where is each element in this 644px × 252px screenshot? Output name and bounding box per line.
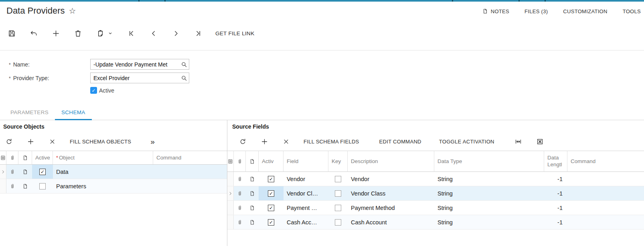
row-selector-cell[interactable] xyxy=(0,165,6,179)
data-length-cell[interactable]: -1 xyxy=(544,172,567,186)
note-icon[interactable] xyxy=(246,186,259,200)
note-icon[interactable] xyxy=(246,201,259,215)
field-cell[interactable]: Cash Acc… xyxy=(284,215,328,229)
active-checkbox[interactable] xyxy=(39,169,46,175)
add-row-button[interactable] xyxy=(26,138,34,145)
row-selector-cell[interactable] xyxy=(227,172,234,186)
command-cell[interactable] xyxy=(153,179,227,193)
attachment-icon[interactable] xyxy=(234,186,246,200)
tab-parameters[interactable]: PARAMETERS xyxy=(4,105,55,120)
active-checkbox[interactable] xyxy=(39,183,46,190)
description-cell[interactable]: Cash Account xyxy=(348,215,434,229)
notes-column-header[interactable] xyxy=(246,151,259,171)
table-row[interactable]: Payment … Payment Method String -1 xyxy=(227,201,644,215)
delete-row-button[interactable] xyxy=(48,138,56,145)
command-cell[interactable] xyxy=(567,186,644,200)
attachment-icon[interactable] xyxy=(234,201,246,215)
delete-row-button[interactable] xyxy=(282,138,290,145)
export-to-excel-button[interactable] xyxy=(536,138,544,145)
column-header-object[interactable]: *Object xyxy=(53,151,153,164)
note-icon[interactable] xyxy=(246,215,259,229)
search-icon[interactable] xyxy=(180,61,188,68)
command-cell[interactable] xyxy=(153,165,227,179)
data-type-cell[interactable]: String xyxy=(434,172,544,186)
add-record-button[interactable] xyxy=(51,26,60,40)
customization-button[interactable]: CUSTOMIZATION xyxy=(563,8,607,14)
active-checkbox[interactable] xyxy=(268,219,274,226)
toggle-activation-button[interactable]: TOGGLE ACTIVATION xyxy=(439,139,494,145)
fit-to-width-button[interactable] xyxy=(514,138,522,145)
notes-column-header[interactable] xyxy=(18,151,32,164)
data-type-cell[interactable]: String xyxy=(434,186,544,200)
files-button[interactable]: FILES (3) xyxy=(525,8,548,14)
key-checkbox[interactable] xyxy=(335,190,341,197)
key-checkbox[interactable] xyxy=(335,176,341,182)
grid-settings-icon[interactable] xyxy=(0,151,6,164)
column-header-command[interactable]: Command xyxy=(567,151,644,171)
field-cell[interactable]: Vendor Cl… xyxy=(284,186,328,200)
field-cell[interactable]: Payment … xyxy=(284,201,328,215)
column-header-active[interactable]: Active xyxy=(32,151,53,164)
active-checkbox[interactable] xyxy=(268,190,274,197)
active-checkbox[interactable] xyxy=(268,205,274,211)
search-icon[interactable] xyxy=(180,75,188,82)
table-row[interactable]: Vendor Cl… Vendor Class String -1 xyxy=(227,186,644,201)
tools-button[interactable]: TOOLS xyxy=(623,8,641,14)
key-checkbox[interactable] xyxy=(335,205,341,211)
data-type-cell[interactable]: String xyxy=(434,201,544,215)
undo-button[interactable] xyxy=(29,26,38,40)
column-header-description[interactable]: Description xyxy=(348,151,434,171)
column-header-field[interactable]: Field xyxy=(284,151,328,171)
last-record-button[interactable] xyxy=(193,26,202,40)
save-button[interactable] xyxy=(7,26,16,40)
fill-schema-objects-button[interactable]: FILL SCHEMA OBJECTS xyxy=(70,139,131,145)
column-header-data-type[interactable]: Data Type xyxy=(434,151,544,171)
note-icon[interactable] xyxy=(18,179,32,193)
field-cell[interactable]: Vendor xyxy=(284,172,328,186)
column-header-command[interactable]: Command xyxy=(153,151,227,164)
attachment-icon[interactable] xyxy=(6,165,18,179)
command-cell[interactable] xyxy=(567,172,644,186)
attachment-icon[interactable] xyxy=(234,172,246,186)
name-input[interactable] xyxy=(91,59,189,69)
data-type-cell[interactable]: String xyxy=(434,215,544,229)
object-cell[interactable]: Data xyxy=(53,165,153,179)
get-file-link-button[interactable]: GET FILE LINK xyxy=(215,30,254,36)
active-checkbox[interactable] xyxy=(268,176,274,182)
add-row-button[interactable] xyxy=(260,138,268,145)
column-header-active[interactable]: Activ xyxy=(259,151,284,171)
toolbar-overflow-icon[interactable]: » xyxy=(150,138,155,145)
first-record-button[interactable] xyxy=(127,26,136,40)
notes-button[interactable]: NOTES xyxy=(482,8,509,14)
next-record-button[interactable] xyxy=(171,26,180,40)
edit-command-button[interactable]: EDIT COMMAND xyxy=(379,139,421,145)
previous-record-button[interactable] xyxy=(149,26,158,40)
row-selector-cell[interactable] xyxy=(227,215,234,229)
row-selector-cell[interactable] xyxy=(227,201,234,215)
fill-schema-fields-button[interactable]: FILL SCHEMA FIELDS xyxy=(304,139,359,145)
tab-schema[interactable]: SCHEMA xyxy=(55,105,92,120)
table-row[interactable]: Cash Acc… Cash Account String -1 xyxy=(227,215,644,230)
data-length-cell[interactable]: -1 xyxy=(544,201,567,215)
key-checkbox[interactable] xyxy=(335,219,341,226)
description-cell[interactable]: Payment Method xyxy=(348,201,434,215)
provider-type-input[interactable] xyxy=(91,73,189,83)
refresh-button[interactable] xyxy=(239,138,247,145)
object-cell[interactable]: Parameters xyxy=(53,179,153,193)
attachments-column-header[interactable] xyxy=(234,151,246,171)
delete-button[interactable] xyxy=(73,26,82,40)
table-row[interactable]: Parameters xyxy=(0,179,227,194)
note-icon[interactable] xyxy=(18,165,32,179)
column-header-data-length[interactable]: Data Length xyxy=(544,151,567,171)
grid-settings-icon[interactable] xyxy=(227,151,234,171)
attachments-column-header[interactable] xyxy=(6,151,18,164)
favorite-star-icon[interactable]: ☆ xyxy=(69,7,76,15)
note-icon[interactable] xyxy=(246,172,259,186)
table-row[interactable]: Vendor Vendor String -1 xyxy=(227,172,644,186)
clipboard-button[interactable] xyxy=(95,26,114,40)
command-cell[interactable] xyxy=(567,201,644,215)
refresh-button[interactable] xyxy=(5,138,13,145)
column-header-key[interactable]: Key xyxy=(328,151,348,171)
row-selector-cell[interactable] xyxy=(0,179,6,193)
attachment-icon[interactable] xyxy=(6,179,18,193)
